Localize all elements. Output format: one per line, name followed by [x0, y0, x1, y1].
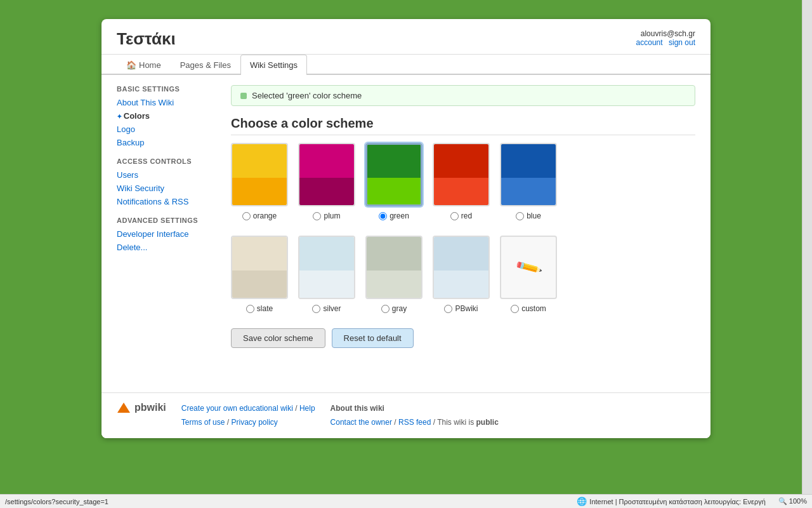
- account-link[interactable]: account: [636, 38, 663, 47]
- radio-input-gray[interactable]: [381, 305, 390, 313]
- sidebar-link-developer[interactable]: Developer Interface: [117, 228, 218, 240]
- color-option-silver[interactable]: silver: [298, 236, 355, 313]
- radio-input-pbwiki[interactable]: [444, 305, 452, 313]
- color-option-slate[interactable]: slate: [231, 236, 288, 313]
- footer-logo: pbwiki: [117, 402, 166, 413]
- radio-silver[interactable]: silver: [312, 304, 341, 313]
- swatch-green: [365, 143, 422, 206]
- swatch-green-top: [367, 145, 421, 178]
- public-label: public: [476, 418, 499, 427]
- color-option-pbwiki[interactable]: PBwiki: [433, 236, 490, 313]
- svg-marker-0: [117, 403, 130, 413]
- footer-about-links: Contact the owner / RSS feed / This wiki…: [331, 416, 499, 430]
- swatch-gray-top: [367, 237, 421, 271]
- sidebar-link-delete[interactable]: Delete...: [117, 241, 218, 253]
- user-info: alouvris@sch.gr account sign out: [632, 29, 695, 47]
- sidebar-link-users[interactable]: Users: [117, 169, 218, 181]
- reset-to-default-button[interactable]: Reset to default: [332, 328, 414, 348]
- radio-input-slate[interactable]: [246, 305, 254, 313]
- help-link[interactable]: Help: [299, 404, 315, 413]
- signout-link[interactable]: sign out: [669, 38, 695, 47]
- scrollbar[interactable]: [802, 0, 812, 457]
- save-color-scheme-button[interactable]: Save color scheme: [231, 328, 325, 348]
- create-wiki-link[interactable]: Create your own educational wiki: [181, 404, 295, 413]
- color-option-orange[interactable]: orange: [231, 143, 288, 220]
- swatch-custom: ✏️: [500, 236, 557, 299]
- swatch-red: [433, 143, 490, 206]
- radio-input-plum[interactable]: [313, 212, 321, 220]
- swatch-blue-bottom: [501, 178, 556, 205]
- radio-input-red[interactable]: [450, 212, 459, 220]
- sidebar-link-backup[interactable]: Backup: [117, 137, 218, 149]
- nav-home[interactable]: 🏠 Home: [117, 55, 171, 75]
- home-icon: 🏠: [126, 60, 136, 70]
- radio-plum[interactable]: plum: [313, 211, 340, 220]
- radio-blue[interactable]: blue: [516, 211, 541, 220]
- color-option-green[interactable]: green: [365, 143, 422, 220]
- radio-gray[interactable]: gray: [381, 304, 407, 313]
- sidebar-section-access: ACCESS CONTROLS: [117, 157, 218, 165]
- nav-pages-files[interactable]: Pages & Files: [171, 55, 240, 75]
- privacy-link[interactable]: Privacy policy: [232, 418, 278, 427]
- sidebar-link-logo[interactable]: Logo: [117, 123, 218, 135]
- radio-custom[interactable]: custom: [511, 304, 546, 313]
- swatch-pbwiki-bottom: [434, 271, 488, 298]
- sidebar-section-basic: BASIC SETTINGS: [117, 85, 218, 93]
- sidebar-link-wiki-security[interactable]: Wiki Security: [117, 182, 218, 194]
- swatch-gray-bottom: [367, 271, 421, 298]
- user-email: alouvris@sch.gr: [641, 29, 695, 38]
- radio-input-custom[interactable]: [511, 305, 519, 313]
- status-banner: Selected 'green' color scheme: [231, 85, 695, 106]
- pbwiki-logo-icon: [117, 402, 131, 413]
- footer-logo-text: pbwiki: [134, 402, 166, 413]
- swatch-silver-bottom: [299, 271, 354, 298]
- color-option-custom[interactable]: ✏️ custom: [500, 236, 557, 313]
- radio-slate[interactable]: slate: [246, 304, 273, 313]
- color-option-blue[interactable]: blue: [500, 143, 557, 220]
- swatch-slate-top: [232, 237, 287, 271]
- radio-input-blue[interactable]: [516, 212, 524, 220]
- swatch-gray: [365, 236, 422, 299]
- content-area: BASIC SETTINGS About This Wiki Colors Lo…: [102, 75, 710, 392]
- color-option-red[interactable]: red: [433, 143, 490, 220]
- radio-orange[interactable]: orange: [242, 211, 277, 220]
- radio-input-green[interactable]: [379, 212, 387, 220]
- swatch-pbwiki-top: [434, 237, 488, 271]
- footer-links: Create your own educational wiki / Help …: [181, 402, 315, 429]
- rss-link[interactable]: RSS feed: [398, 418, 431, 427]
- color-option-gray[interactable]: gray: [365, 236, 422, 313]
- sidebar-link-notifications[interactable]: Notifications & RSS: [117, 196, 218, 208]
- radio-red[interactable]: red: [450, 211, 472, 220]
- button-row: Save color scheme Reset to default: [231, 328, 695, 348]
- swatch-silver: [298, 236, 355, 299]
- section-title: Choose a color scheme: [231, 116, 695, 135]
- footer-create-line: Create your own educational wiki / Help: [181, 402, 315, 416]
- terms-link[interactable]: Terms of use: [181, 418, 225, 427]
- color-grid-row2: slate silver: [231, 236, 695, 313]
- header: Τεστάκι alouvris@sch.gr account sign out: [102, 19, 710, 55]
- swatch-plum: [298, 143, 355, 206]
- footer: pbwiki Create your own educational wiki …: [102, 392, 710, 438]
- sidebar-link-about[interactable]: About This Wiki: [117, 97, 218, 109]
- swatch-plum-top: [299, 144, 354, 178]
- sidebar: BASIC SETTINGS About This Wiki Colors Lo…: [117, 85, 218, 382]
- footer-terms-line: Terms of use / Privacy policy: [181, 416, 315, 430]
- swatch-slate: [231, 236, 288, 299]
- footer-about-title: About this wiki: [331, 402, 499, 416]
- nav-bar: 🏠 Home Pages & Files Wiki Settings: [102, 55, 710, 75]
- radio-pbwiki[interactable]: PBwiki: [444, 304, 478, 313]
- nav-wiki-settings[interactable]: Wiki Settings: [240, 55, 307, 75]
- radio-green[interactable]: green: [379, 211, 409, 220]
- sidebar-link-colors[interactable]: Colors: [117, 110, 218, 122]
- site-title: Τεστάκι: [117, 29, 176, 49]
- main-content: Selected 'green' color scheme Choose a c…: [231, 85, 695, 382]
- footer-about: About this wiki Contact the owner / RSS …: [331, 402, 499, 429]
- radio-input-silver[interactable]: [312, 305, 320, 313]
- swatch-blue-top: [501, 144, 556, 178]
- color-option-plum[interactable]: plum: [298, 143, 355, 220]
- contact-owner-link[interactable]: Contact the owner: [331, 418, 392, 427]
- sidebar-section-advanced: ADVANCED SETTINGS: [117, 217, 218, 224]
- swatch-blue: [500, 143, 557, 206]
- radio-input-orange[interactable]: [242, 212, 251, 220]
- main-window: Τεστάκι alouvris@sch.gr account sign out…: [102, 19, 710, 438]
